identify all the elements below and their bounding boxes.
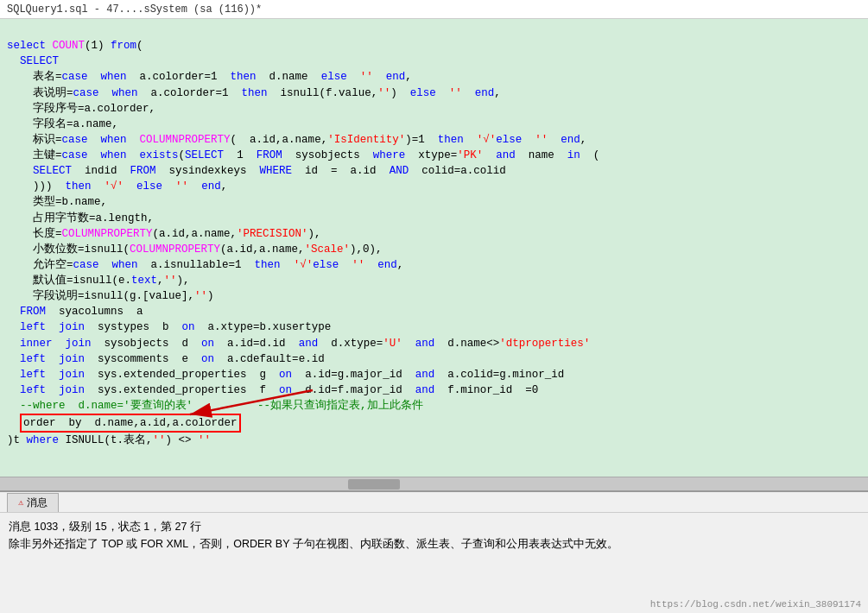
- messages-panel: ⚠ 消息 消息 1033，级别 15，状态 1，第 27 行 除非另外还指定了 …: [0, 490, 868, 611]
- message-icon: ⚠: [18, 497, 23, 508]
- title-text: SQLQuery1.sql - 47....sSystem (sa (116))…: [7, 3, 262, 16]
- message-line-2: 除非另外还指定了 TOP 或 FOR XML，否则，ORDER BY 子句在视图…: [9, 535, 859, 553]
- code-content: select COUNT(1) from( SELECT 表名=case whe…: [7, 22, 861, 448]
- messages-tab-bar: ⚠ 消息: [0, 492, 868, 513]
- message-line-1: 消息 1033，级别 15，状态 1，第 27 行: [9, 518, 859, 535]
- watermark: https://blog.csdn.net/weixin_38091174: [650, 599, 861, 610]
- messages-content: 消息 1033，级别 15，状态 1，第 27 行 除非另外还指定了 TOP 或…: [0, 513, 868, 558]
- horizontal-scrollbar[interactable]: [0, 477, 868, 490]
- scroll-thumb[interactable]: [348, 479, 400, 490]
- title-bar: SQLQuery1.sql - 47....sSystem (sa (116))…: [0, 0, 868, 19]
- tab-messages[interactable]: ⚠ 消息: [7, 493, 59, 512]
- tab-label: 消息: [27, 496, 48, 510]
- editor-area[interactable]: select COUNT(1) from( SELECT 表名=case whe…: [0, 19, 868, 477]
